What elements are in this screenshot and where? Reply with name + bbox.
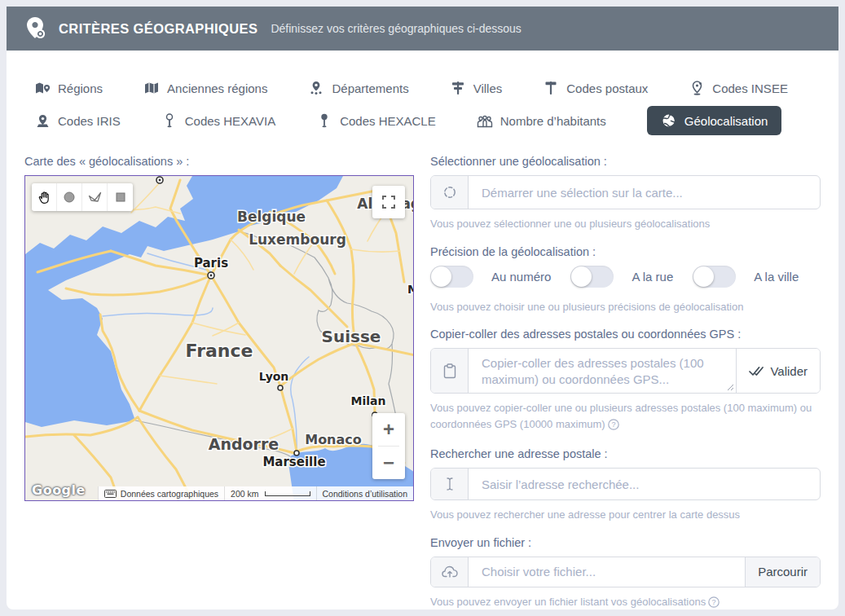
map-marker-gear-icon	[26, 16, 47, 41]
map-draw-toolbar	[32, 183, 133, 211]
section-precision: Précision de la géolocalisation : Au num…	[430, 245, 821, 315]
panel-title: CRITÈRES GÉOGRAPHIQUES	[59, 21, 257, 37]
toggle-a-la-rue[interactable]	[570, 266, 614, 288]
tab-codes-hexacle-label: Codes HEXACLE	[340, 114, 436, 128]
search-address-helper: Vous pouvez rechercher une adresse pour …	[430, 507, 821, 523]
clipboard-icon	[431, 349, 469, 393]
toggle-knob	[693, 266, 714, 287]
geolocation-map[interactable]: BelgiqueLuxembourgAllemagneParisFranceSu…	[24, 175, 414, 501]
street-sign-filled-icon	[316, 113, 332, 128]
section-search-address: Rechercher une adresse postale : Vous po…	[430, 447, 821, 523]
upload-file-helper: Vous pouvez envoyer un fichier listant v…	[430, 594, 821, 613]
map-capital-dot-center	[210, 275, 213, 277]
zoom-out-button[interactable]: −	[372, 447, 405, 479]
tab-villes[interactable]: Villes	[450, 74, 503, 102]
tab-codes-insee[interactable]: Codes INSEE	[689, 74, 788, 102]
upload-file-input[interactable]	[469, 557, 745, 587]
tab-codes-hexacle[interactable]: Codes HEXACLE	[316, 107, 436, 134]
tab-departements[interactable]: Départements	[308, 74, 408, 102]
toggle-a-la-ville[interactable]	[693, 266, 736, 288]
text-cursor-icon	[431, 469, 469, 499]
toggle-a-la-ville-label: A la ville	[754, 270, 799, 284]
map-label: Luxembourg	[249, 231, 346, 248]
geo-tabs: RégionsAnciennes régionsDépartementsVill…	[24, 72, 821, 137]
signpost-icon	[543, 81, 559, 95]
resize-grip-icon[interactable]	[727, 384, 734, 391]
attr-terms-segment[interactable]: Conditions d’utilisation	[316, 486, 413, 500]
map-canvas[interactable]: BelgiqueLuxembourgAllemagneParisFranceSu…	[25, 176, 414, 501]
globe-icon	[661, 113, 677, 128]
select-geolocation-input[interactable]	[469, 176, 820, 209]
pan-hand-tool[interactable]	[32, 183, 57, 211]
zoom-in-button[interactable]: +	[372, 413, 405, 446]
tab-codes-postaux[interactable]: Codes postaux	[543, 74, 648, 102]
tab-regions[interactable]: Régions	[34, 74, 103, 102]
map-marker-icon	[34, 113, 51, 128]
panel-header: CRITÈRES GÉOGRAPHIQUES Définissez vos cr…	[7, 7, 838, 51]
google-logo[interactable]: Google	[32, 482, 86, 498]
toggle-knob	[571, 266, 592, 287]
map-caption: Carte des « géolocalisations » :	[24, 155, 414, 168]
map-label: Monaco	[305, 432, 362, 447]
precision-helper: Vous pouvez choisir une ou plusieurs pré…	[430, 299, 821, 315]
map-label: Milan	[351, 394, 386, 407]
pin-badge-icon	[689, 81, 705, 95]
tab-codes-iris[interactable]: Codes IRIS	[34, 107, 121, 134]
keyboard-icon	[104, 490, 117, 498]
signpost-double-icon	[450, 81, 466, 95]
scale-bar	[265, 491, 310, 496]
pin-group-icon	[308, 81, 324, 95]
map-label: Suisse	[322, 327, 381, 346]
draw-polygon-tool[interactable]	[82, 183, 108, 211]
map-label: France	[186, 341, 253, 361]
map-city-dot	[278, 385, 283, 390]
map-label: Marseille	[262, 455, 325, 469]
map-label: Andorre	[209, 435, 279, 453]
toggle-au-numero[interactable]	[430, 266, 473, 288]
terms-link[interactable]: Conditions d’utilisation	[323, 489, 407, 499]
tab-regions-label: Régions	[58, 81, 103, 95]
tab-nombre-habitants[interactable]: Nombre d’habitants	[477, 107, 606, 134]
select-geolocation-label: Sélectionner une géolocalisation :	[430, 155, 821, 168]
panel-subtitle: Définissez vos critères géographiques ci…	[271, 22, 521, 35]
search-address-input[interactable]	[469, 469, 820, 499]
svg-text:?: ?	[712, 598, 716, 606]
toggle-a-la-rue-label: A la rue	[632, 270, 673, 284]
help-circle-icon[interactable]: ?	[708, 596, 720, 613]
tab-codes-iris-label: Codes IRIS	[58, 114, 121, 128]
precision-label: Précision de la géolocalisation :	[430, 245, 821, 258]
paste-addresses-textarea[interactable]	[469, 349, 736, 393]
folded-map-icon	[143, 81, 160, 95]
map-fullscreen-button[interactable]	[372, 186, 405, 218]
map-label: Belgique	[237, 209, 306, 225]
paste-helper: Vous pouvez copier-coller une ou plusieu…	[430, 400, 821, 434]
tab-codes-insee-label: Codes INSEE	[712, 81, 788, 95]
search-address-label: Rechercher une adresse postale :	[430, 447, 821, 460]
map-pin-icon	[34, 81, 51, 95]
attr-data-segment[interactable]: Données cartographiques	[98, 486, 224, 500]
crosshair-icon	[431, 176, 469, 209]
parcourir-button[interactable]: Parcourir	[745, 557, 820, 587]
upload-file-label: Envoyer un fichier :	[430, 536, 821, 549]
map-label: Paris	[194, 256, 228, 271]
toggle-knob	[431, 266, 451, 287]
tab-departements-label: Départements	[332, 81, 408, 95]
draw-circle-tool[interactable]	[57, 183, 82, 211]
attr-data-text[interactable]: Données cartographiques	[121, 489, 218, 499]
check-double-icon	[749, 366, 764, 376]
section-select-geolocation: Sélectionner une géolocalisation : Vous …	[430, 155, 821, 232]
tab-anciennes-regions-label: Anciennes régions	[167, 81, 267, 95]
help-circle-icon[interactable]: ?	[608, 419, 619, 435]
tab-geolocalisation-label: Géolocalisation	[684, 114, 768, 128]
tab-anciennes-regions[interactable]: Anciennes régions	[143, 74, 267, 102]
svg-text:?: ?	[611, 420, 615, 429]
criteria-card: RégionsAnciennes régionsDépartementsVill…	[7, 51, 838, 609]
people-icon	[477, 113, 493, 128]
valider-button[interactable]: Valider	[736, 349, 820, 393]
tab-codes-postaux-label: Codes postaux	[566, 81, 648, 95]
map-capital-dot-center	[159, 179, 161, 182]
tab-row-1: RégionsAnciennes régionsDépartementsVill…	[34, 72, 821, 104]
tab-codes-hexavia[interactable]: Codes HEXAVIA	[161, 107, 275, 134]
tab-geolocalisation[interactable]: Géolocalisation	[647, 106, 782, 135]
draw-rectangle-tool[interactable]	[108, 183, 133, 211]
